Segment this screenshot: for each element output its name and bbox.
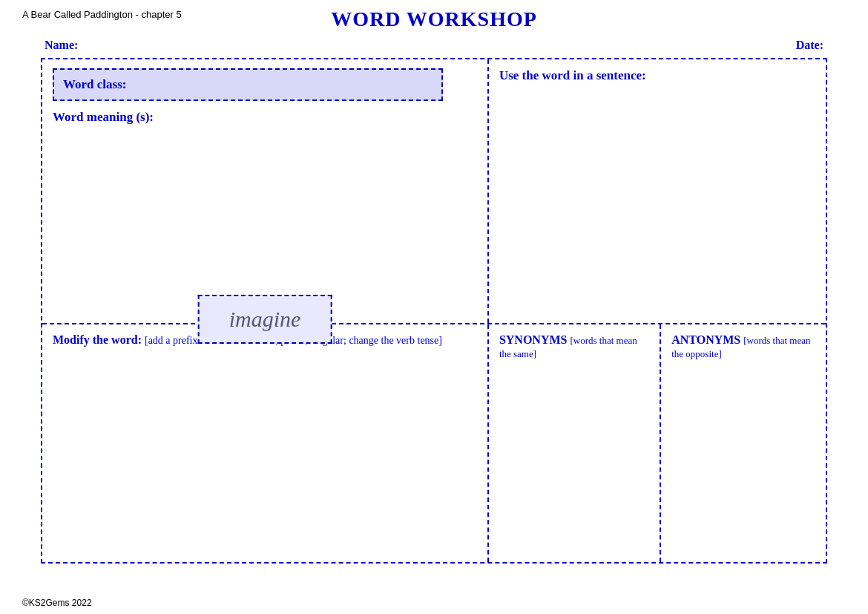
header-row: Name: Date: [0, 31, 868, 58]
bottom-section: Modify the word: [add a prefix or a suff… [42, 324, 826, 562]
date-label: Date: [796, 39, 823, 52]
bottom-right-panel: ANTONYMS [words that mean the opposite] [661, 324, 826, 562]
center-word-container: imagine [198, 295, 332, 344]
use-sentence-label: Use the word in a sentence: [499, 68, 815, 83]
word-class-label: Word class: [63, 77, 126, 91]
source-label: A Bear Called Paddington - chapter 5 [22, 9, 182, 20]
modify-bold: Modify the word: [53, 333, 142, 346]
left-panel: Word class: Word meaning (s): imagine [42, 59, 489, 323]
name-label: Name: [45, 39, 78, 52]
synonyms-label: SYNONYMS [words that mean the same] [499, 333, 649, 360]
word-class-box: Word class: [53, 68, 443, 101]
footer-text: ©KS2Gems 2022 [22, 598, 92, 608]
right-panel: Use the word in a sentence: [489, 59, 826, 323]
center-word-box: imagine [198, 295, 332, 344]
main-container: Word class: Word meaning (s): imagine Us… [41, 58, 827, 564]
bottom-middle-panel: SYNONYMS [words that mean the same] [489, 324, 661, 562]
word-meaning-label: Word meaning (s): [53, 110, 477, 125]
bottom-left-panel: Modify the word: [add a prefix or a suff… [42, 324, 489, 562]
synonyms-bold: SYNONYMS [499, 333, 568, 346]
top-section: Word class: Word meaning (s): imagine Us… [42, 59, 826, 324]
antonyms-label: ANTONYMS [words that mean the opposite] [671, 333, 815, 360]
antonyms-bold: ANTONYMS [671, 333, 740, 346]
